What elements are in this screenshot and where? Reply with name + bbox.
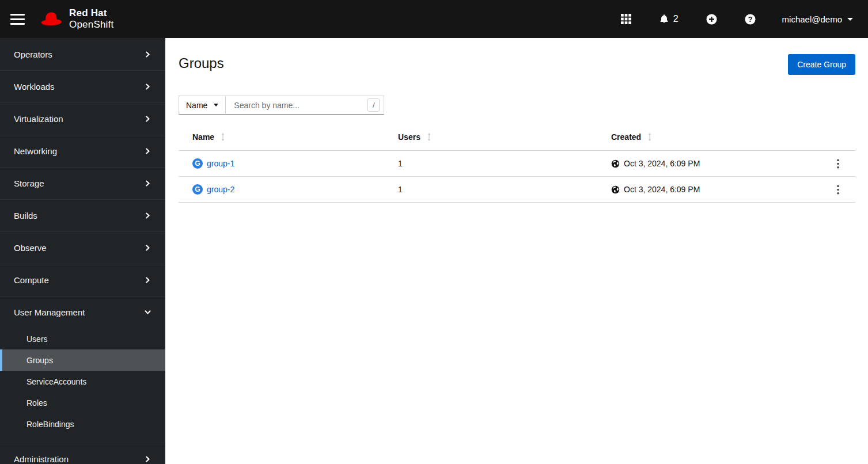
help-button[interactable]: ?: [741, 10, 759, 28]
sidebar-item-label: User Management: [14, 307, 85, 317]
search-box: /: [226, 96, 384, 115]
group-link[interactable]: group-2: [207, 185, 234, 194]
created-timestamp: Oct 3, 2024, 6:09 PM: [624, 185, 700, 194]
sidebar-item-label: Virtualization: [14, 114, 63, 124]
app-launcher-icon: [621, 14, 631, 24]
table-row: G group-1 1 Oct: [179, 151, 855, 177]
group-link[interactable]: group-1: [207, 159, 234, 168]
caret-down-icon: [214, 104, 218, 107]
users-count: 1: [398, 177, 611, 203]
chevron-right-icon: [145, 456, 151, 462]
search-shortcut-key: /: [367, 98, 380, 112]
brand-product: OpenShift: [69, 19, 113, 31]
sidebar-item-rolebindings[interactable]: RoleBindings: [0, 413, 165, 435]
group-badge: G: [192, 184, 203, 195]
sidebar-item-label: RoleBindings: [26, 420, 74, 429]
groups-table: Name Users Created: [179, 129, 855, 203]
filter-toolbar: Name /: [179, 96, 855, 115]
brand-name: Red Hat: [69, 7, 113, 19]
user-menu[interactable]: michael@demo: [782, 14, 853, 24]
sidebar-item-label: Groups: [26, 356, 53, 365]
chevron-down-icon: [145, 309, 151, 315]
kebab-icon: [837, 185, 839, 195]
sidebar-item-label: Observe: [14, 243, 47, 253]
sidebar-item-label: ServiceAccounts: [26, 377, 86, 386]
sidebar-item-operators[interactable]: Operators: [0, 38, 165, 70]
sidebar-item-networking[interactable]: Networking: [0, 135, 165, 167]
sidebar-item-label: Storage: [14, 178, 44, 188]
sidebar-nav: Operators Workloads Virtualization Netwo…: [0, 38, 165, 464]
sidebar-item-users[interactable]: Users: [0, 328, 165, 349]
column-header-actions: [821, 129, 855, 151]
svg-text:?: ?: [748, 15, 752, 23]
quick-create-button[interactable]: [703, 10, 721, 28]
sidebar-item-label: Administration: [14, 454, 69, 464]
chevron-right-icon: [145, 212, 151, 219]
sidebar-item-storage[interactable]: Storage: [0, 167, 165, 199]
sidebar-item-builds[interactable]: Builds: [0, 199, 165, 231]
table-row: G group-2 1 Oct: [179, 177, 855, 203]
sidebar-item-label: Operators: [14, 50, 52, 59]
kebab-icon: [837, 159, 839, 169]
chevron-right-icon: [145, 277, 151, 283]
sidebar-item-label: Networking: [14, 146, 57, 156]
sort-icon: [221, 133, 225, 141]
caret-down-icon: [847, 18, 853, 21]
redhat-openshift-logo[interactable]: Red Hat OpenShift: [39, 7, 113, 31]
user-management-subnav: Users Groups ServiceAccounts Roles RoleB…: [0, 328, 165, 443]
filter-field-label: Name: [186, 101, 207, 110]
chevron-right-icon: [145, 51, 151, 58]
app-launcher-button[interactable]: [617, 10, 635, 28]
chevron-right-icon: [145, 245, 151, 251]
sidebar-item-label: Users: [26, 334, 48, 344]
filter-field-dropdown[interactable]: Name: [179, 96, 226, 115]
table-header-row: Name Users Created: [179, 129, 855, 151]
masthead: Red Hat OpenShift 2: [0, 0, 868, 38]
sidebar-item-label: Compute: [14, 275, 49, 285]
sidebar-item-label: Roles: [26, 398, 47, 408]
notification-count: 2: [673, 14, 679, 24]
users-count: 1: [398, 151, 611, 177]
page-title: Groups: [179, 55, 224, 71]
globe-icon: [611, 185, 620, 194]
sidebar-item-compute[interactable]: Compute: [0, 264, 165, 296]
row-kebab-menu[interactable]: [832, 182, 844, 197]
notifications-button[interactable]: 2: [655, 10, 682, 28]
sidebar-item-groups[interactable]: Groups: [0, 349, 165, 371]
sidebar-item-observe[interactable]: Observe: [0, 231, 165, 264]
create-group-button[interactable]: Create Group: [788, 54, 855, 75]
username: michael@demo: [782, 14, 842, 24]
notifications-bell-icon: [659, 14, 669, 24]
column-header-created[interactable]: Created: [611, 129, 821, 151]
group-badge: G: [192, 158, 203, 169]
globe-icon: [611, 159, 620, 168]
chevron-right-icon: [145, 116, 151, 122]
row-kebab-menu[interactable]: [832, 157, 844, 171]
sidebar-item-workloads[interactable]: Workloads: [0, 70, 165, 102]
nav-menu-toggle-icon[interactable]: [10, 12, 25, 27]
chevron-right-icon: [145, 83, 151, 90]
sidebar-item-label: Builds: [14, 211, 37, 220]
main-content: Groups Create Group Name / Name: [165, 38, 868, 464]
search-input[interactable]: [233, 100, 367, 111]
sort-icon: [647, 133, 652, 141]
sidebar-item-roles[interactable]: Roles: [0, 392, 165, 413]
sidebar-item-user-management[interactable]: User Management: [0, 296, 165, 328]
redhat-fedora-icon: [39, 10, 64, 29]
sidebar-item-label: Workloads: [14, 82, 55, 92]
chevron-right-icon: [145, 180, 151, 187]
column-header-name[interactable]: Name: [179, 129, 398, 151]
plus-circle-icon: [706, 14, 717, 25]
created-timestamp: Oct 3, 2024, 6:09 PM: [624, 159, 700, 168]
sidebar-item-virtualization[interactable]: Virtualization: [0, 102, 165, 135]
sort-icon: [427, 133, 431, 141]
sidebar-item-administration[interactable]: Administration: [0, 443, 165, 464]
sidebar-item-serviceaccounts[interactable]: ServiceAccounts: [0, 371, 165, 392]
column-header-users[interactable]: Users: [398, 129, 611, 151]
chevron-right-icon: [145, 148, 151, 154]
question-circle-icon: ?: [745, 14, 756, 25]
